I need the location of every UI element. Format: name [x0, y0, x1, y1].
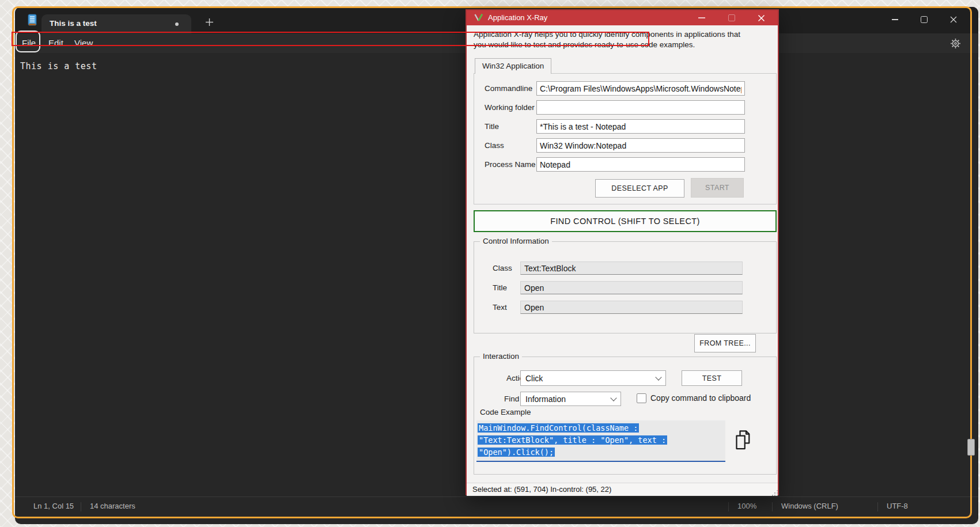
process-name-label: Process Name: [485, 157, 536, 172]
test-button[interactable]: TEST: [682, 370, 742, 386]
xray-status-text: Selected at: (591, 704) In-control: (95,…: [472, 483, 611, 496]
find-by-select[interactable]: Information: [520, 392, 621, 406]
start-button[interactable]: START: [691, 178, 744, 198]
interaction-legend: Interaction: [480, 352, 522, 361]
deselect-app-button[interactable]: DESELECT APP: [595, 179, 684, 198]
title-label: Title: [485, 119, 499, 134]
interaction-group: Interaction Action Click TEST Find by In…: [474, 357, 777, 475]
status-line-ending: Windows (CRLF): [781, 502, 838, 510]
xray-statusbar: Selected at: (591, 704) In-control: (95,…: [467, 483, 778, 496]
class-label: Class: [485, 138, 504, 153]
ci-title-label: Title: [493, 281, 507, 294]
notepad-minimize-button[interactable]: [882, 10, 907, 29]
xray-maximize-button[interactable]: [722, 10, 741, 25]
process-name-field[interactable]: [536, 157, 745, 172]
copy-icon: [732, 429, 753, 452]
minimize-icon: [698, 17, 705, 18]
notepad-document-text: This is a test: [20, 61, 97, 71]
notepad-tab-title: This is a test: [50, 19, 97, 28]
ci-class-label: Class: [493, 261, 512, 275]
maximize-icon: [921, 16, 928, 23]
commandline-field[interactable]: [536, 81, 745, 96]
win32-application-panel: Commandline Working folder Title Class P…: [474, 73, 777, 204]
xray-window-title: Application X-Ray: [488, 10, 547, 25]
action-select[interactable]: Click: [520, 370, 666, 386]
close-icon: [950, 16, 957, 23]
from-tree-button[interactable]: FROM TREE...: [694, 334, 756, 352]
settings-button[interactable]: [947, 36, 963, 51]
find-control-button[interactable]: FIND CONTROL (SHIFT TO SELECT): [474, 210, 777, 232]
notepad-scrollbar-thumb[interactable]: [967, 439, 975, 456]
close-icon: [758, 14, 765, 22]
new-tab-button[interactable]: [200, 13, 218, 31]
status-divider: [728, 502, 729, 511]
status-characters: 14 characters: [90, 502, 135, 510]
notepad-close-button[interactable]: [941, 10, 966, 29]
action-select-value: Click: [525, 374, 543, 383]
working-folder-label: Working folder: [485, 100, 535, 115]
copy-command-checkbox[interactable]: [637, 393, 646, 403]
xray-description-line2: you would like to test and provides read…: [474, 40, 774, 50]
notepad-app-icon: [27, 13, 38, 27]
ci-text-label: Text: [493, 301, 507, 314]
menu-edit[interactable]: Edit: [45, 36, 67, 50]
copy-command-checkbox-label: Copy command to clipboard: [650, 392, 751, 404]
working-folder-field[interactable]: [536, 100, 745, 115]
chevron-down-icon: [655, 374, 661, 380]
minimize-icon: [892, 19, 898, 20]
ci-text-field[interactable]: [520, 301, 743, 314]
code-example-label: Code Example: [480, 407, 531, 418]
xray-window: Application X-Ray Application X-ray help…: [466, 9, 779, 495]
status-encoding: UTF-8: [887, 502, 908, 510]
notepad-tab[interactable]: This is a test: [41, 14, 191, 33]
class-field[interactable]: [536, 138, 745, 153]
xray-description-line1: Application X-ray helps you to quickly i…: [474, 29, 774, 40]
gear-icon: [950, 38, 961, 49]
menu-view[interactable]: View: [71, 36, 96, 50]
title-field[interactable]: [536, 119, 745, 134]
xray-description: Application X-ray helps you to quickly i…: [474, 29, 774, 50]
ci-title-field[interactable]: [520, 281, 743, 294]
status-zoom: 100%: [737, 502, 756, 510]
status-divider: [81, 502, 81, 511]
notepad-maximize-button[interactable]: [911, 10, 937, 29]
commandline-label: Commandline: [485, 81, 532, 96]
resize-grip[interactable]: [774, 492, 775, 494]
unsaved-indicator-dot: [175, 22, 179, 26]
control-information-legend: Control Information: [480, 237, 552, 245]
xray-logo-icon: [474, 13, 483, 22]
status-divider: [772, 502, 773, 511]
xray-close-button[interactable]: [751, 10, 771, 25]
find-by-select-value: Information: [525, 395, 566, 404]
xray-titlebar: Application X-Ray: [467, 10, 778, 25]
tab-win32-application[interactable]: Win32 Application: [475, 58, 551, 74]
maximize-icon: [728, 14, 735, 21]
status-line-col: Ln 1, Col 15: [33, 502, 74, 510]
code-line: "Text:TextBlock", title : "Open", text :: [478, 435, 667, 445]
xray-minimize-button[interactable]: [692, 10, 712, 25]
screen: This is a test File Edit View: [0, 0, 980, 527]
chevron-down-icon: [610, 395, 616, 401]
control-information-group: Control Information Class Title Text: [474, 241, 777, 333]
code-example-textarea[interactable]: MainWindow.FindControl(className : "Text…: [476, 420, 725, 462]
ci-class-field[interactable]: [520, 261, 743, 275]
copy-code-button[interactable]: [732, 429, 753, 452]
code-line: "Open").Click();: [478, 448, 555, 457]
notepad-statusbar: Ln 1, Col 15 14 characters 100% Windows …: [15, 496, 978, 517]
code-line: MainWindow.FindControl(className :: [478, 423, 639, 433]
status-divider: [877, 502, 878, 511]
menu-file[interactable]: File: [18, 36, 39, 50]
